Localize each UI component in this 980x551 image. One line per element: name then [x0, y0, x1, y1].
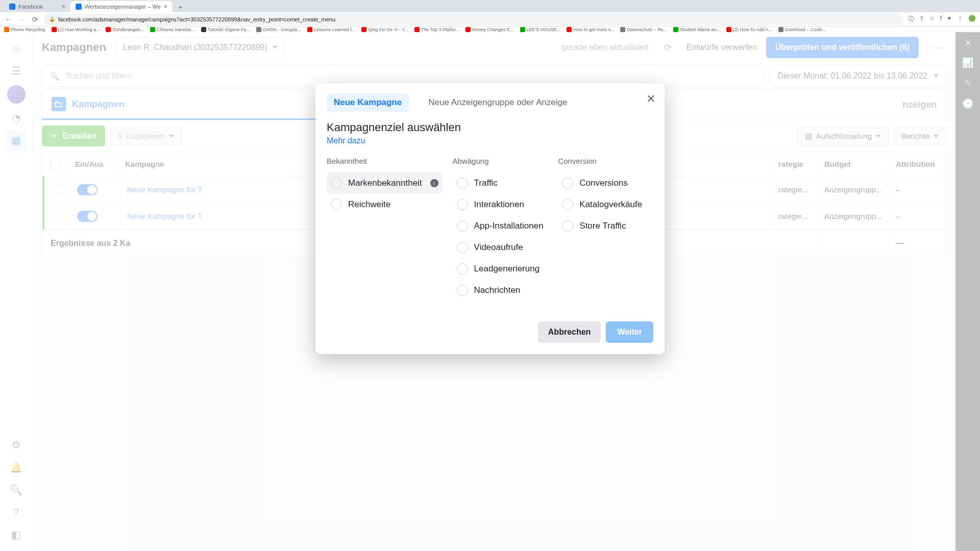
radio-icon — [457, 220, 468, 232]
radio-icon — [457, 263, 468, 274]
learn-more-link[interactable]: Mehr dazu — [327, 136, 365, 145]
menu-icon[interactable]: ⋮ — [957, 15, 963, 23]
close-icon[interactable]: ✕ — [646, 92, 655, 106]
tab-title: Werbeanzeigenmanager – We — [85, 4, 161, 10]
modal-title: Kampagnenziel auswählen — [327, 121, 653, 134]
lock-icon: 🔒 — [49, 16, 55, 22]
objective-traffic[interactable]: Traffic — [453, 172, 548, 194]
column-title: Abwägung — [453, 157, 548, 165]
radio-icon — [331, 178, 342, 189]
bookmark-item[interactable]: Student Wants an... — [673, 27, 720, 32]
favicon — [76, 4, 82, 10]
bookmark-item[interactable]: Lessons Learned f... — [307, 27, 356, 32]
tab-new-campaign[interactable]: Neue Kampagne — [327, 93, 409, 112]
url-bar-row: ← → ⟳ 🔒 facebook.com/adsmanager/manage/c… — [0, 12, 980, 27]
radio-icon — [562, 220, 573, 232]
star-icon[interactable]: ☆ — [929, 15, 935, 23]
profile-avatar-icon[interactable]: 🟢 — [968, 15, 976, 23]
radio-icon — [562, 199, 573, 210]
radio-icon — [457, 199, 468, 210]
radio-icon — [562, 178, 573, 189]
bookmark-item[interactable]: Qing Fei De Yi - Y... — [361, 27, 408, 32]
objective-label: Traffic — [474, 178, 498, 188]
objective-label: Markenbekanntheit — [348, 178, 422, 188]
objective-conversions[interactable]: Conversions — [558, 172, 653, 194]
url-field[interactable]: 🔒 facebook.com/adsmanager/manage/campaig… — [44, 14, 904, 25]
next-button[interactable]: Weiter — [606, 321, 653, 343]
modal-overlay: ✕ Neue Kampagne Neue Anzeigengruppe oder… — [0, 32, 980, 551]
objective-label: Interaktionen — [474, 199, 524, 210]
forward-icon[interactable]: → — [17, 15, 27, 23]
objective-app-installs[interactable]: App-Installationen — [453, 215, 548, 237]
bookmark-item[interactable]: The Top 3 Platfor... — [414, 27, 459, 32]
modal-tabs: Neue Kampagne Neue Anzeigengruppe oder A… — [327, 93, 653, 112]
bookmark-item[interactable]: Phone Recycling — [4, 27, 45, 32]
objective-label: Leadgenerierung — [474, 264, 540, 274]
app-container: ⌂ ☰ ◔ ▦ ⚙ 🔔 🔍 ? ◧ Kampagnen Leon R. Chau… — [0, 32, 980, 551]
objective-label: App-Installationen — [474, 221, 544, 231]
bookmark-item[interactable]: Datenschutz – Re... — [620, 27, 667, 32]
browser-action-icons: ⓘ ⇪ ☆ f ✦ ⋮ 🟢 — [908, 15, 976, 23]
url-text: facebook.com/adsmanager/manage/campaigns… — [58, 16, 335, 22]
objective-label: Katalogverkäufe — [579, 199, 642, 210]
objective-reach[interactable]: Reichweite — [327, 194, 443, 215]
column-title: Bekanntheit — [327, 157, 443, 165]
bookmark-item[interactable]: LEE'S HOUSE... — [520, 27, 561, 32]
objective-store-traffic[interactable]: Store Traffic — [558, 215, 653, 237]
objective-label: Store Traffic — [579, 221, 626, 231]
browser-tab-facebook[interactable]: Facebook × — [4, 1, 70, 12]
bookmark-item[interactable]: (1) How Working a... — [52, 27, 100, 32]
tab-title: Facebook — [18, 4, 43, 10]
info-icon[interactable]: i — [430, 179, 438, 187]
column-conversion: Conversion Conversions Katalogverkäufe S… — [558, 157, 653, 301]
info-icon[interactable]: ⓘ — [908, 15, 914, 23]
bookmark-item[interactable]: Chinese translati... — [150, 27, 195, 32]
bookmark-item[interactable]: Tutorial: Eigene Fa... — [201, 27, 250, 32]
facebook-icon[interactable]: f — [940, 15, 942, 23]
radio-icon — [331, 199, 342, 210]
new-tab-button[interactable]: + — [176, 2, 186, 12]
bookmark-item[interactable]: Download – Cooki... — [778, 27, 826, 32]
radio-icon — [457, 242, 468, 253]
radio-icon — [457, 178, 468, 189]
column-consideration: Abwägung Traffic Interaktionen App-Insta… — [453, 157, 548, 301]
tab-new-adset[interactable]: Neue Anzeigengruppe oder Anzeige — [421, 93, 574, 112]
column-awareness: Bekanntheit Markenbekanntheit i Reichwei… — [327, 157, 443, 301]
objective-catalog-sales[interactable]: Katalogverkäufe — [558, 194, 653, 215]
objective-label: Nachrichten — [474, 285, 521, 295]
objective-label: Conversions — [579, 178, 628, 188]
objective-engagement[interactable]: Interaktionen — [453, 194, 548, 215]
bookmark-item[interactable]: Sonderangeb... — [106, 27, 144, 32]
extension-icon[interactable]: ✦ — [947, 15, 952, 23]
objective-label: Videoaufrufe — [474, 242, 523, 253]
share-icon[interactable]: ⇪ — [919, 15, 924, 23]
tab-bar: Facebook × Werbeanzeigenmanager – We × + — [0, 0, 980, 12]
objective-messages[interactable]: Nachrichten — [453, 280, 548, 301]
campaign-objective-modal: ✕ Neue Kampagne Neue Anzeigengruppe oder… — [315, 83, 665, 354]
modal-footer: Abbrechen Weiter — [327, 321, 653, 343]
close-icon[interactable]: × — [62, 3, 65, 10]
objective-label: Reichweite — [348, 199, 390, 210]
radio-icon — [457, 285, 468, 296]
bookmark-item[interactable]: How to get more v... — [567, 27, 614, 32]
back-icon[interactable]: ← — [4, 15, 13, 23]
reload-icon[interactable]: ⟳ — [31, 15, 40, 23]
objective-video-views[interactable]: Videoaufrufe — [453, 237, 548, 258]
objective-columns: Bekanntheit Markenbekanntheit i Reichwei… — [327, 157, 653, 301]
close-icon[interactable]: × — [164, 3, 167, 10]
column-title: Conversion — [558, 157, 653, 165]
bookmark-item[interactable]: (2) How To Add A... — [726, 27, 772, 32]
objective-brand-awareness[interactable]: Markenbekanntheit i — [327, 172, 443, 194]
objective-lead-generation[interactable]: Leadgenerierung — [453, 258, 548, 280]
bookmark-item[interactable]: Money Changes E... — [465, 27, 514, 32]
bookmark-item[interactable]: GMSN - Vologda... — [256, 27, 301, 32]
browser-tab-adsmanager[interactable]: Werbeanzeigenmanager – We × — [70, 1, 173, 12]
favicon — [9, 4, 15, 10]
bookmark-bar: Phone Recycling (1) How Working a... Son… — [0, 27, 980, 32]
browser-chrome: Facebook × Werbeanzeigenmanager – We × +… — [0, 0, 980, 32]
cancel-button[interactable]: Abbrechen — [538, 321, 601, 343]
